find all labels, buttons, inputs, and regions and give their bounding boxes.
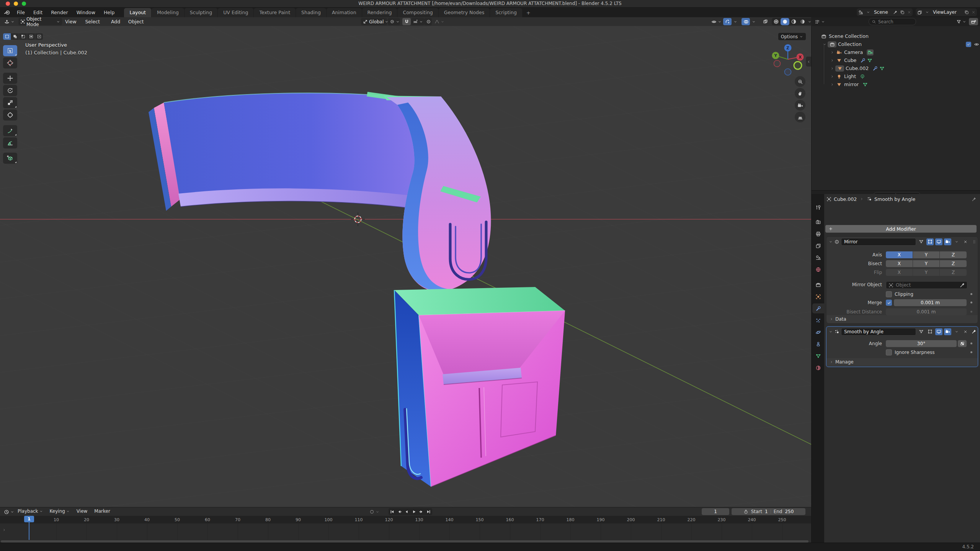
jump-to-start-icon[interactable] — [389, 508, 396, 515]
chevron-down-icon[interactable] — [822, 42, 828, 46]
outliner-row-scene-collection[interactable]: Scene Collection — [812, 32, 980, 40]
end-value[interactable]: 250 — [785, 509, 794, 514]
drag-handle-icon[interactable] — [970, 238, 978, 245]
data-subpanel[interactable]: Data — [826, 315, 978, 323]
hide-viewport-icon[interactable] — [974, 42, 979, 47]
properties-tab-object-data[interactable] — [812, 351, 824, 361]
outliner-item-label[interactable]: Cube.002 — [846, 65, 869, 71]
view-layer-selector[interactable]: ViewLayer — [916, 8, 977, 16]
solid-shading-icon[interactable] — [781, 18, 789, 25]
ignore-sharpness-checkbox[interactable] — [886, 349, 892, 355]
viewport-menu-add[interactable]: Add — [111, 19, 120, 24]
properties-tab-tool[interactable] — [812, 202, 824, 212]
playhead-marker[interactable]: 1 — [24, 516, 34, 522]
axis-z-button[interactable]: Z — [940, 251, 967, 258]
chevron-right-icon[interactable] — [829, 59, 835, 62]
gizmo-z-neg[interactable] — [785, 69, 791, 75]
sidebar-collapse-tab[interactable] — [806, 57, 811, 67]
blender-logo-icon[interactable] — [0, 9, 13, 16]
tab-modeling[interactable]: Modeling — [152, 8, 184, 17]
input-attribute-toggle[interactable] — [958, 340, 967, 347]
visibility-dropdown[interactable] — [709, 18, 722, 25]
decorator-dot[interactable] — [970, 302, 972, 303]
timeline-menu-view[interactable]: View — [77, 509, 87, 514]
scene-selector[interactable]: Scene — [857, 8, 913, 16]
mode-difference[interactable] — [27, 33, 35, 40]
tab-animation[interactable]: Animation — [327, 8, 362, 17]
stopwatch-icon[interactable] — [743, 509, 748, 514]
navigation-gizmo[interactable]: Z Y X — [770, 41, 808, 78]
properties-tab-object[interactable] — [812, 292, 824, 302]
gizmo-x-neg[interactable] — [774, 60, 781, 67]
editor-type-outliner[interactable] — [813, 18, 827, 25]
camera-view-icon[interactable] — [795, 100, 805, 111]
outliner-item-label[interactable]: Camera — [844, 49, 863, 55]
menu-edit[interactable]: Edit — [29, 10, 47, 15]
on-cage-display-toggle[interactable] — [926, 328, 934, 335]
outliner-row-collection[interactable]: Collection — [812, 40, 980, 48]
collection-checkbox[interactable] — [966, 42, 971, 47]
scale-tool[interactable] — [3, 97, 17, 108]
properties-tab-particles[interactable] — [812, 315, 824, 325]
pin-icon[interactable] — [892, 10, 899, 15]
viewport-menu-select[interactable]: Select — [85, 19, 100, 24]
breadcrumb-object[interactable]: Cube.002 — [834, 196, 857, 202]
menu-window[interactable]: Window — [72, 10, 100, 15]
tab-shading[interactable]: Shading — [296, 8, 326, 17]
move-tool[interactable] — [3, 73, 17, 84]
snap-toggle[interactable] — [402, 18, 411, 25]
tab-uv-editing[interactable]: UV Editing — [218, 8, 253, 17]
breadcrumb-modifier[interactable]: Smooth by Angle — [874, 196, 915, 202]
pivot-point-dropdown[interactable] — [388, 18, 400, 25]
timeline-menu-keying[interactable]: Keying — [50, 509, 70, 514]
gizmos-toggle[interactable] — [723, 18, 732, 25]
add-workspace-button[interactable]: + — [523, 8, 534, 17]
outliner-row-mirror[interactable]: mirror — [812, 80, 980, 88]
copy-icon[interactable] — [963, 10, 970, 15]
measure-tool[interactable] — [3, 137, 17, 148]
outliner-item-label[interactable]: Cube — [844, 57, 856, 63]
model-render[interactable] — [149, 92, 565, 487]
on-cage-display-toggle[interactable] — [926, 238, 934, 245]
smooth-panel-header[interactable]: Smooth by Angle — [826, 327, 978, 336]
modifier-name-field[interactable]: Mirror — [841, 238, 916, 246]
modifier-name-field[interactable]: Smooth by Angle — [841, 328, 916, 336]
prev-frame-icon[interactable] — [403, 508, 410, 515]
start-value[interactable]: 1 — [765, 509, 768, 514]
add-modifier-button[interactable]: Add Modifier — [825, 225, 977, 233]
jump-to-end-icon[interactable] — [425, 508, 432, 515]
play-icon[interactable] — [410, 508, 418, 515]
decorator-dot[interactable] — [970, 293, 972, 295]
tab-scripting[interactable]: Scripting — [490, 8, 522, 17]
cursor-tool[interactable] — [3, 57, 17, 68]
overlays-toggle[interactable] — [742, 18, 750, 25]
prev-keyframe-icon[interactable] — [396, 508, 403, 515]
outliner-item-label[interactable]: Light — [844, 73, 856, 79]
delete-modifier-button[interactable] — [962, 328, 969, 335]
menu-file[interactable]: File — [13, 10, 29, 15]
new-collection-button[interactable] — [969, 18, 978, 25]
transform-tool[interactable] — [3, 109, 17, 121]
timeline-tracks[interactable] — [0, 523, 811, 540]
auto-keying-toggle[interactable] — [368, 508, 381, 515]
properties-tab-output[interactable] — [812, 229, 824, 239]
editor-type-3d-viewport[interactable] — [2, 18, 16, 25]
rendered-shading-icon[interactable] — [798, 18, 807, 25]
bisect-distance-field[interactable]: 0.001 m — [886, 308, 967, 315]
tab-sculpting[interactable]: Sculpting — [185, 8, 217, 17]
merge-checkbox[interactable] — [886, 300, 892, 306]
eyedropper-icon[interactable] — [960, 283, 965, 288]
collapse-chevron-icon[interactable] — [829, 330, 833, 334]
tab-geometry-nodes[interactable]: Geometry Nodes — [439, 8, 490, 17]
add-cube-tool[interactable] — [3, 153, 17, 164]
axis-x-button[interactable]: X — [886, 251, 913, 258]
overlays-dropdown[interactable] — [750, 18, 757, 25]
outliner-search-input[interactable]: Search — [869, 18, 916, 25]
gizmo-y-neg[interactable] — [794, 62, 802, 69]
properties-tab-material[interactable] — [812, 363, 824, 373]
realtime-display-toggle[interactable] — [935, 328, 942, 335]
snap-settings-dropdown[interactable] — [411, 18, 424, 25]
merge-threshold-field[interactable]: 0.001 m — [894, 299, 967, 306]
clipping-checkbox[interactable] — [886, 291, 892, 297]
properties-tab-world[interactable] — [812, 264, 824, 274]
